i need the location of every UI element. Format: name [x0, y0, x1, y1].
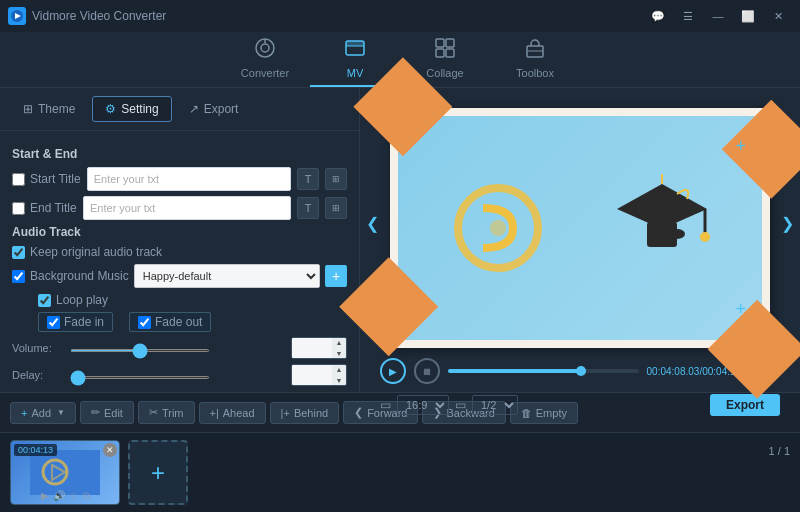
preview-area: + + [390, 108, 770, 348]
ahead-btn[interactable]: +| Ahead [199, 402, 266, 424]
start-title-text: Start Title [30, 172, 81, 186]
volume-value-box: 100 ▲ ▼ [291, 337, 347, 359]
fade-in-item[interactable]: Fade in [38, 312, 113, 332]
keep-original-checkbox[interactable] [12, 246, 25, 259]
title-bar: Vidmore Video Converter 💬 ☰ — ⬜ ✕ [0, 0, 800, 32]
add-icon: + [21, 407, 27, 419]
fade-in-checkbox[interactable] [47, 316, 60, 329]
trim-label: Trim [162, 407, 184, 419]
background-music-row: Background Music Happy-default + [12, 264, 347, 288]
maximize-btn[interactable]: ⬜ [734, 5, 762, 27]
delay-row: Delay: 0.0 ▲ ▼ [12, 364, 347, 386]
start-title-input[interactable] [87, 167, 291, 191]
loop-play-label[interactable]: Loop play [38, 293, 108, 307]
collage-label: Collage [426, 67, 463, 79]
collage-icon [434, 37, 456, 64]
preview-container: ❮ [370, 98, 790, 348]
volume-value[interactable]: 100 [292, 338, 332, 358]
volume-slider-wrap [70, 341, 283, 355]
prev-arrow[interactable]: ❮ [366, 214, 379, 233]
app-icon [8, 7, 26, 25]
right-panel: ❮ [360, 88, 800, 392]
ratio-select[interactable]: 16:9 [397, 395, 449, 415]
volume-slider[interactable] [70, 349, 210, 352]
converter-label: Converter [241, 67, 289, 79]
start-title-format-btn[interactable]: T [297, 168, 319, 190]
delay-slider[interactable] [70, 376, 210, 379]
add-top-right-btn[interactable]: + [735, 136, 746, 157]
menu-btn[interactable]: ☰ [674, 5, 702, 27]
edit-label: Edit [104, 407, 123, 419]
delay-label: Delay: [12, 369, 62, 381]
panel-tab-theme[interactable]: ⊞ Theme [10, 96, 88, 122]
end-title-input[interactable] [83, 196, 291, 220]
timeline-add-icon: + [151, 459, 165, 487]
edit-icon: ✏ [91, 406, 100, 419]
volume-row: Volume: 100 ▲ ▼ [12, 337, 347, 359]
export-button[interactable]: Export [710, 394, 780, 416]
timeline-circle-icon: ⊙ [82, 490, 90, 501]
tab-toolbox[interactable]: Toolbox [490, 35, 580, 87]
edit-btn[interactable]: ✏ Edit [80, 401, 134, 424]
volume-label: Volume: [12, 342, 62, 354]
page-select[interactable]: 1/2 [472, 395, 518, 415]
stop-button[interactable]: ⏹ [414, 358, 440, 384]
add-btn[interactable]: + Add ▼ [10, 402, 76, 424]
start-title-options-btn[interactable]: ⊞ [325, 168, 347, 190]
close-btn[interactable]: ✕ [764, 5, 792, 27]
theme-grid-icon: ⊞ [23, 102, 33, 116]
app-title: Vidmore Video Converter [32, 9, 166, 23]
export-tab-label: Export [204, 102, 239, 116]
timeline: 00:04:13 ✕ ▶ 🔊 ☆ ⊙ + 1 / 1 [0, 432, 800, 512]
keep-original-label[interactable]: Keep original audio track [12, 245, 162, 259]
fade-out-item[interactable]: Fade out [129, 312, 211, 332]
mv-icon [344, 37, 366, 64]
background-music-select[interactable]: Happy-default [134, 264, 320, 288]
minimize-btn[interactable]: — [704, 5, 732, 27]
panel-content: Start & End Start Title T ⊞ End Title T … [0, 131, 359, 392]
fade-out-checkbox[interactable] [138, 316, 151, 329]
end-title-label[interactable]: End Title [12, 201, 77, 215]
behind-btn[interactable]: |+ Behind [270, 402, 340, 424]
timeline-item[interactable]: 00:04:13 ✕ ▶ 🔊 ☆ ⊙ [10, 440, 120, 505]
background-music-checkbox[interactable] [12, 270, 25, 283]
background-music-label[interactable]: Background Music [12, 269, 129, 283]
end-title-options-btn[interactable]: ⊞ [325, 197, 347, 219]
end-title-checkbox[interactable] [12, 202, 25, 215]
main-content: ⊞ Theme ⚙ Setting ↗ Export Start & End S… [0, 88, 800, 392]
end-title-format-btn[interactable]: T [297, 197, 319, 219]
loop-play-text: Loop play [56, 293, 108, 307]
volume-up-btn[interactable]: ▲ [332, 337, 346, 348]
mv-label: MV [347, 67, 364, 79]
timeline-star-icon: ☆ [69, 490, 78, 501]
delay-spin-btns: ▲ ▼ [332, 364, 346, 386]
add-music-btn[interactable]: + [325, 265, 347, 287]
add-bottom-right-btn[interactable]: + [735, 299, 746, 320]
play-button[interactable]: ▶ [380, 358, 406, 384]
converter-icon [254, 37, 276, 64]
loop-play-row: Loop play [38, 293, 347, 307]
panel-tab-export[interactable]: ↗ Export [176, 96, 252, 122]
toolbox-label: Toolbox [516, 67, 554, 79]
fade-in-label: Fade in [64, 315, 104, 329]
delay-value[interactable]: 0.0 [292, 365, 332, 385]
delay-down-btn[interactable]: ▼ [332, 375, 346, 386]
start-title-checkbox[interactable] [12, 173, 25, 186]
loop-play-checkbox[interactable] [38, 294, 51, 307]
timeline-item-duration: 00:04:13 [14, 444, 57, 456]
progress-bar[interactable] [448, 369, 639, 373]
end-title-text: End Title [30, 201, 77, 215]
delay-up-btn[interactable]: ▲ [332, 364, 346, 375]
start-title-label[interactable]: Start Title [12, 172, 81, 186]
next-arrow[interactable]: ❯ [781, 214, 794, 233]
message-btn[interactable]: 💬 [644, 5, 672, 27]
timeline-item-close-btn[interactable]: ✕ [103, 443, 117, 457]
trim-btn[interactable]: ✂ Trim [138, 401, 195, 424]
svg-rect-10 [436, 49, 444, 57]
page-icon: ▭ [455, 398, 466, 412]
preview-wrapper: ❮ [370, 98, 790, 348]
volume-down-btn[interactable]: ▼ [332, 348, 346, 359]
timeline-add-btn[interactable]: + [128, 440, 188, 505]
tab-converter[interactable]: Converter [220, 35, 310, 87]
panel-tab-setting[interactable]: ⚙ Setting [92, 96, 171, 122]
